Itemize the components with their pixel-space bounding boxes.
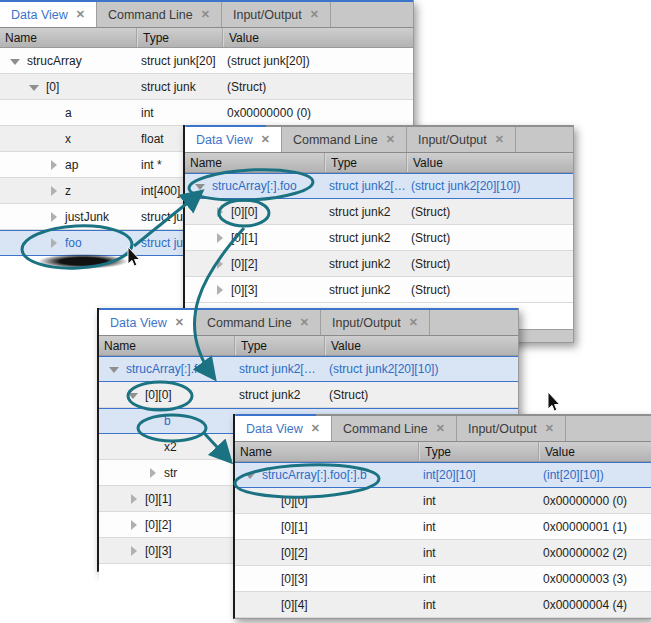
tab-command-line[interactable]: Command Line✕	[196, 310, 321, 335]
tab-data-view[interactable]: Data View✕	[185, 127, 282, 152]
tree-row[interactable]: a int 0x00000000 (0)	[0, 100, 413, 126]
leaf-spacer	[145, 439, 161, 455]
tab-input-output[interactable]: Input/Output✕	[457, 416, 566, 441]
leaf-spacer	[145, 413, 161, 429]
column-header-type[interactable]: Type	[137, 28, 223, 47]
close-tab-icon[interactable]: ✕	[545, 422, 554, 435]
expander-collapsed-icon[interactable]	[212, 282, 228, 298]
tab-data-view[interactable]: Data View✕	[235, 416, 332, 441]
data-view-panel-4: Data View✕ Command Line✕ Input/Output✕ N…	[233, 414, 651, 619]
tab-command-line[interactable]: Command Line✕	[282, 127, 407, 152]
expander-expanded-icon[interactable]	[243, 467, 259, 483]
expander-collapsed-icon[interactable]	[212, 204, 228, 220]
row-name: [0][3]	[281, 572, 308, 586]
tree-row[interactable]: [0][2] struct junk2 (Struct)	[185, 251, 573, 277]
row-name: strucArray[:].foo	[126, 362, 211, 376]
tree-row[interactable]: [0][2] int 0x00000002 (2)	[235, 540, 651, 566]
tree-row[interactable]: [0][1] int 0x00000001 (1)	[235, 514, 651, 540]
expander-expanded-icon[interactable]	[107, 361, 123, 377]
expander-collapsed-icon[interactable]	[46, 209, 62, 225]
column-header-name[interactable]: Name	[0, 28, 137, 47]
row-value: (Struct)	[407, 277, 573, 302]
column-header-value[interactable]: Value	[407, 153, 573, 172]
close-tab-icon[interactable]: ✕	[76, 8, 85, 21]
tab-data-view[interactable]: Data View✕	[0, 2, 97, 27]
expander-collapsed-icon[interactable]	[46, 157, 62, 173]
row-value: 0x00000000 (0)	[223, 100, 413, 125]
row-value: (struct junk2[20][10])	[407, 173, 573, 198]
expander-collapsed-icon[interactable]	[46, 235, 62, 251]
expander-expanded-icon[interactable]	[8, 53, 24, 69]
close-tab-icon[interactable]: ✕	[310, 8, 319, 21]
column-header-type[interactable]: Type	[419, 442, 539, 461]
column-header-value[interactable]: Value	[325, 336, 518, 355]
view-top-border	[185, 125, 573, 127]
active-tab-highlight	[186, 125, 266, 127]
row-type: int	[137, 100, 223, 125]
column-header-type[interactable]: Type	[235, 336, 325, 355]
close-tab-icon[interactable]: ✕	[175, 316, 184, 329]
expander-expanded-icon[interactable]	[27, 79, 43, 95]
close-tab-icon[interactable]: ✕	[409, 316, 418, 329]
expander-collapsed-icon[interactable]	[212, 230, 228, 246]
row-name: [0][0]	[145, 388, 172, 402]
tree-row-selected[interactable]: strucArray[:].foo struct junk2[… (struct…	[185, 173, 573, 199]
tab-bar: Data View✕ Command Line✕ Input/Output✕	[185, 127, 573, 153]
tab-data-view[interactable]: Data View✕	[99, 310, 196, 335]
tree-row[interactable]: [0][1] struct junk2 (Struct)	[185, 225, 573, 251]
column-header-name[interactable]: Name	[185, 153, 325, 172]
screenshot-root: Data View✕ Command Line✕ Input/Output✕ N…	[0, 0, 651, 623]
close-tab-icon[interactable]: ✕	[300, 316, 309, 329]
row-type: struct junk	[137, 74, 223, 99]
column-header-name[interactable]: Name	[235, 442, 419, 461]
row-type: struct junk2	[325, 277, 407, 302]
row-name: [0][0]	[281, 494, 308, 508]
close-tab-icon[interactable]: ✕	[201, 8, 210, 21]
expander-collapsed-icon[interactable]	[145, 465, 161, 481]
close-tab-icon[interactable]: ✕	[386, 133, 395, 146]
tree-row[interactable]: [0][0] struct junk2 (Struct)	[99, 382, 518, 408]
tree-row-selected[interactable]: strucArray[:].foo struct junk2[… (struct…	[99, 356, 518, 382]
close-tab-icon[interactable]: ✕	[261, 133, 270, 146]
row-type: int[20][10]	[419, 462, 539, 487]
column-header-value[interactable]: Value	[223, 28, 413, 47]
expander-collapsed-icon[interactable]	[46, 183, 62, 199]
tab-command-line[interactable]: Command Line✕	[332, 416, 457, 441]
tree-row[interactable]: strucArray struct junk[20] (struct junk[…	[0, 48, 413, 74]
tab-input-output[interactable]: Input/Output✕	[407, 127, 516, 152]
expander-collapsed-icon[interactable]	[126, 517, 142, 533]
tab-input-output[interactable]: Input/Output✕	[222, 2, 331, 27]
tree-row-selected[interactable]: strucArray[:].foo[:].b int[20][10] (int[…	[235, 462, 651, 488]
tree-row[interactable]: [0][0] struct junk2 (Struct)	[185, 199, 573, 225]
expander-collapsed-icon[interactable]	[212, 256, 228, 272]
window-drop-shadow	[22, 253, 144, 275]
column-header-name[interactable]: Name	[99, 336, 235, 355]
tree-row[interactable]: [0][0] int 0x00000000 (0)	[235, 488, 651, 514]
column-header-value[interactable]: Value	[539, 442, 651, 461]
tab-label: Command Line	[108, 8, 193, 22]
row-type: int	[419, 514, 539, 539]
expander-expanded-icon[interactable]	[126, 387, 142, 403]
row-name: b	[164, 414, 171, 428]
tree-row[interactable]: [0][3] struct junk2 (Struct)	[185, 277, 573, 303]
tree-row[interactable]: [0][4] int 0x00000004 (4)	[235, 592, 651, 618]
close-tab-icon[interactable]: ✕	[311, 422, 320, 435]
close-tab-icon[interactable]: ✕	[495, 133, 504, 146]
expander-expanded-icon[interactable]	[193, 178, 209, 194]
tree-row[interactable]: [0][3] int 0x00000003 (3)	[235, 566, 651, 592]
row-value: (struct junk2[20][10])	[325, 356, 518, 381]
expander-collapsed-icon[interactable]	[126, 491, 142, 507]
row-name: justJunk	[65, 210, 109, 224]
tab-input-output[interactable]: Input/Output✕	[321, 310, 430, 335]
row-value: (struct junk[20])	[223, 48, 413, 73]
tab-command-line[interactable]: Command Line✕	[97, 2, 222, 27]
close-tab-icon[interactable]: ✕	[436, 422, 445, 435]
leaf-spacer	[262, 545, 278, 561]
tab-label: Input/Output	[233, 8, 302, 22]
column-header-type[interactable]: Type	[325, 153, 407, 172]
column-header-row: Name Type Value	[235, 442, 651, 462]
expander-collapsed-icon[interactable]	[126, 543, 142, 559]
tab-label: Input/Output	[332, 316, 401, 330]
tab-bar: Data View✕ Command Line✕ Input/Output✕	[99, 310, 518, 336]
tree-row[interactable]: [0] struct junk (Struct)	[0, 74, 413, 100]
